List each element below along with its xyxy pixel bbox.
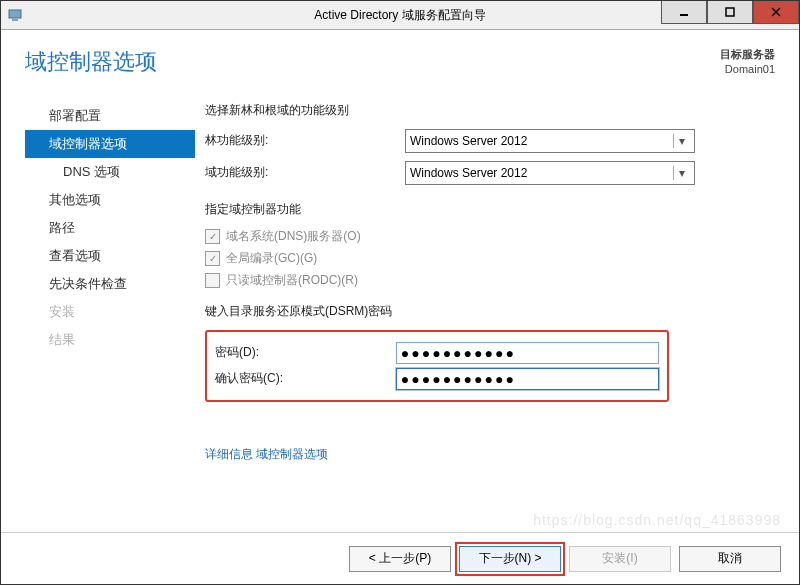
capabilities-heading: 指定域控制器功能 [205, 201, 775, 218]
rodc-checkbox [205, 273, 220, 288]
chevron-down-icon: ▾ [673, 166, 690, 180]
nav-prereq-check[interactable]: 先决条件检查 [25, 270, 195, 298]
wizard-window: Active Directory 域服务配置向导 域控制器选项 目标服务器 Do… [0, 0, 800, 585]
domain-level-value: Windows Server 2012 [410, 166, 527, 180]
nav-dc-options[interactable]: 域控制器选项 [25, 130, 195, 158]
confirm-password-input[interactable]: ●●●●●●●●●●● [396, 368, 659, 390]
nav-dns-options[interactable]: DNS 选项 [25, 158, 195, 186]
rodc-checkbox-label: 只读域控制器(RODC)(R) [226, 272, 358, 289]
target-server-label: 目标服务器 [720, 47, 775, 62]
gc-checkbox-row: ✓ 全局编录(GC)(G) [205, 250, 775, 267]
next-button[interactable]: 下一步(N) > [459, 546, 561, 572]
window-controls [661, 1, 799, 24]
previous-button[interactable]: < 上一步(P) [349, 546, 451, 572]
password-group: 密码(D): ●●●●●●●●●●● 确认密码(C): ●●●●●●●●●●● [205, 330, 669, 402]
nav-review-options[interactable]: 查看选项 [25, 242, 195, 270]
domain-level-label: 域功能级别: [205, 164, 405, 181]
forest-level-label: 林功能级别: [205, 132, 405, 149]
cancel-button[interactable]: 取消 [679, 546, 781, 572]
target-server-value: Domain01 [720, 62, 775, 77]
install-button: 安装(I) [569, 546, 671, 572]
password-input[interactable]: ●●●●●●●●●●● [396, 342, 659, 364]
dns-checkbox-row: ✓ 域名系统(DNS)服务器(O) [205, 228, 775, 245]
rodc-checkbox-row: 只读域控制器(RODC)(R) [205, 272, 775, 289]
gc-checkbox-label: 全局编录(GC)(G) [226, 250, 317, 267]
maximize-button[interactable] [707, 1, 753, 24]
minimize-button[interactable] [661, 1, 707, 24]
domain-level-dropdown[interactable]: Windows Server 2012 ▾ [405, 161, 695, 185]
chevron-down-icon: ▾ [673, 134, 690, 148]
nav-results: 结果 [25, 326, 195, 354]
main-panel: 选择新林和根域的功能级别 林功能级别: Windows Server 2012 … [195, 102, 775, 463]
svg-rect-3 [726, 8, 734, 16]
page-title: 域控制器选项 [25, 47, 157, 77]
titlebar: Active Directory 域服务配置向导 [1, 1, 799, 30]
close-button[interactable] [753, 1, 799, 24]
dns-checkbox-label: 域名系统(DNS)服务器(O) [226, 228, 361, 245]
confirm-password-label: 确认密码(C): [215, 370, 396, 387]
page-header: 域控制器选项 目标服务器 Domain01 [25, 47, 775, 78]
forest-level-value: Windows Server 2012 [410, 134, 527, 148]
password-label: 密码(D): [215, 344, 396, 361]
more-info-link[interactable]: 详细信息 域控制器选项 [205, 446, 328, 463]
dsrm-heading: 键入目录服务还原模式(DSRM)密码 [205, 303, 775, 320]
target-server-box: 目标服务器 Domain01 [720, 47, 775, 78]
nav-install: 安装 [25, 298, 195, 326]
app-icon [7, 7, 23, 23]
dns-checkbox: ✓ [205, 229, 220, 244]
content-area: 域控制器选项 目标服务器 Domain01 部署配置 域控制器选项 DNS 选项… [1, 29, 799, 532]
button-bar: < 上一步(P) 下一步(N) > 安装(I) 取消 [1, 532, 799, 584]
nav-additional-options[interactable]: 其他选项 [25, 186, 195, 214]
nav-deployment-config[interactable]: 部署配置 [25, 102, 195, 130]
gc-checkbox: ✓ [205, 251, 220, 266]
forest-level-dropdown[interactable]: Windows Server 2012 ▾ [405, 129, 695, 153]
svg-rect-1 [12, 19, 18, 21]
wizard-nav: 部署配置 域控制器选项 DNS 选项 其他选项 路径 查看选项 先决条件检查 安… [25, 102, 195, 463]
functional-level-heading: 选择新林和根域的功能级别 [205, 102, 775, 119]
nav-paths[interactable]: 路径 [25, 214, 195, 242]
svg-rect-0 [9, 10, 21, 18]
wizard-body: 部署配置 域控制器选项 DNS 选项 其他选项 路径 查看选项 先决条件检查 安… [25, 102, 775, 463]
